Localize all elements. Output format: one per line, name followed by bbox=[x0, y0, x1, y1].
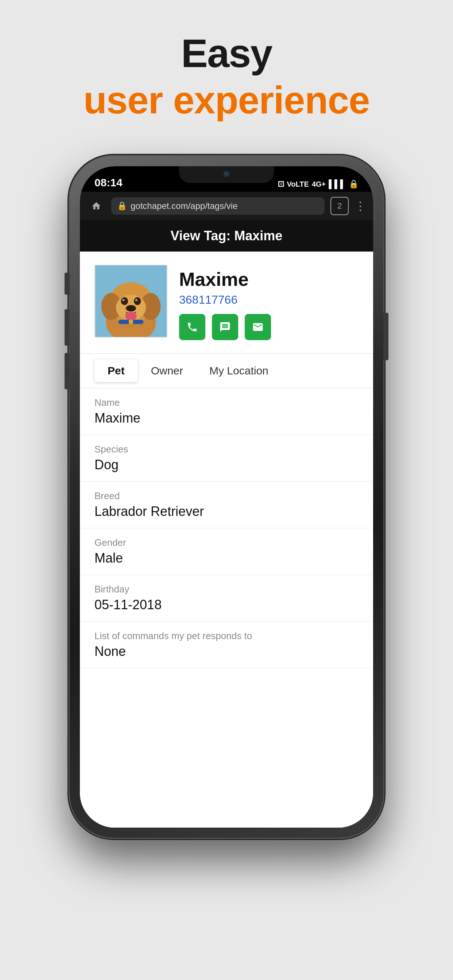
pet-name: Maxime bbox=[179, 268, 359, 290]
network-icon: 4G+ bbox=[312, 180, 326, 188]
signal-icon: ▌▌▌ bbox=[329, 180, 346, 189]
field-birthday-value: 05-11-2018 bbox=[94, 597, 359, 612]
field-commands: List of commands my pet responds to None bbox=[80, 622, 373, 668]
phone-mockup: 08:14 ⊡ VoLTE 4G+ ▌▌▌ 🔒 🔒 bbox=[70, 156, 383, 838]
front-camera bbox=[223, 170, 230, 177]
field-gender-value: Male bbox=[94, 550, 359, 566]
field-name-value: Maxime bbox=[94, 410, 359, 426]
battery-icon: 🔒 bbox=[349, 180, 359, 189]
notch bbox=[179, 166, 274, 183]
email-button[interactable] bbox=[245, 314, 271, 340]
field-gender: Gender Male bbox=[80, 528, 373, 575]
pet-card: Maxime 368117766 bbox=[80, 251, 373, 354]
hero-sub-text: user experience bbox=[83, 77, 370, 123]
main-content: Maxime 368117766 bbox=[80, 251, 373, 827]
svg-point-9 bbox=[135, 299, 137, 301]
phone-frame: 08:14 ⊡ VoLTE 4G+ ▌▌▌ 🔒 🔒 bbox=[70, 156, 383, 838]
home-button[interactable] bbox=[87, 197, 105, 215]
phone-screen: 08:14 ⊡ VoLTE 4G+ ▌▌▌ 🔒 🔒 bbox=[80, 166, 373, 827]
power-button[interactable] bbox=[383, 313, 388, 360]
field-birthday: Birthday 05-11-2018 bbox=[80, 575, 373, 622]
field-name: Name Maxime bbox=[80, 388, 373, 435]
camera-icon: ⊡ bbox=[278, 180, 284, 189]
field-species-value: Dog bbox=[94, 457, 359, 473]
field-species-label: Species bbox=[94, 444, 359, 455]
field-breed-value: Labrador Retriever bbox=[94, 504, 359, 519]
tab-count: 2 bbox=[337, 201, 342, 211]
mute-button[interactable] bbox=[65, 273, 70, 294]
lock-icon: 🔒 bbox=[117, 201, 127, 211]
tab-button[interactable]: 2 bbox=[330, 197, 349, 215]
pet-photo bbox=[94, 265, 167, 337]
pet-info: Maxime 368117766 bbox=[179, 265, 359, 340]
svg-rect-13 bbox=[129, 320, 133, 324]
page-header: View Tag: Maxime bbox=[80, 220, 373, 251]
field-birthday-label: Birthday bbox=[94, 584, 359, 595]
field-species: Species Dog bbox=[80, 435, 373, 482]
call-button[interactable] bbox=[179, 314, 205, 340]
bottom-bar bbox=[80, 810, 373, 827]
tab-location[interactable]: My Location bbox=[196, 360, 282, 382]
svg-point-10 bbox=[126, 305, 136, 312]
status-icons: ⊡ VoLTE 4G+ ▌▌▌ 🔒 bbox=[278, 180, 359, 189]
hero-section: Easy user experience bbox=[83, 29, 370, 123]
hero-easy-text: Easy bbox=[83, 29, 370, 77]
pet-actions bbox=[179, 314, 359, 340]
url-bar[interactable]: 🔒 gotchapet.com/app/tags/vie bbox=[111, 197, 325, 215]
field-name-label: Name bbox=[94, 397, 359, 408]
status-time: 08:14 bbox=[94, 177, 123, 189]
svg-point-11 bbox=[125, 312, 136, 320]
field-commands-value: None bbox=[94, 644, 359, 659]
tab-pet[interactable]: Pet bbox=[94, 360, 138, 382]
svg-point-6 bbox=[121, 297, 128, 305]
volume-down-button[interactable] bbox=[65, 353, 70, 390]
url-text: gotchapet.com/app/tags/vie bbox=[131, 201, 238, 211]
chat-button[interactable] bbox=[212, 314, 238, 340]
field-gender-label: Gender bbox=[94, 537, 359, 548]
volume-up-button[interactable] bbox=[65, 309, 70, 345]
browser-chrome: 🔒 gotchapet.com/app/tags/vie 2 ⋮ bbox=[80, 192, 373, 220]
field-breed-label: Breed bbox=[94, 490, 359, 502]
svg-point-7 bbox=[134, 297, 141, 305]
page-title: View Tag: Maxime bbox=[171, 228, 283, 243]
field-commands-label: List of commands my pet responds to bbox=[94, 630, 359, 642]
tab-owner[interactable]: Owner bbox=[138, 360, 196, 382]
svg-point-8 bbox=[122, 299, 124, 301]
fields-list: Name Maxime Species Dog Breed Labrador R… bbox=[80, 388, 373, 810]
menu-button[interactable]: ⋮ bbox=[354, 199, 366, 213]
tabs-container: Pet Owner My Location bbox=[80, 354, 373, 388]
volte-icon: VoLTE bbox=[287, 180, 309, 188]
field-breed: Breed Labrador Retriever bbox=[80, 482, 373, 528]
pet-phone[interactable]: 368117766 bbox=[179, 293, 359, 307]
